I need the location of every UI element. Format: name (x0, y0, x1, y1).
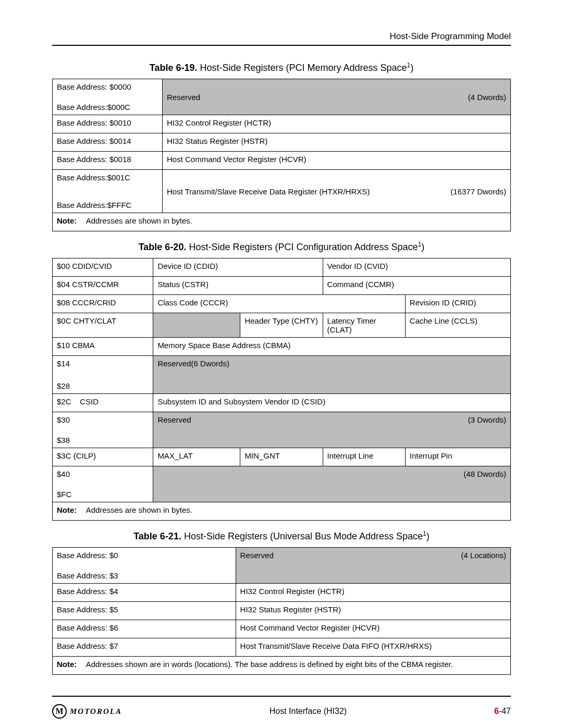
t20-cell: Class Code (CCCR) (153, 295, 405, 313)
t20-addr: $10 CBMA (53, 338, 153, 356)
t19-addr: Base Address: $0000 (57, 82, 131, 91)
caption-close: ) (421, 242, 424, 252)
note-label: Note: (57, 660, 84, 669)
t20-addr-cell: $14 $28 (53, 356, 153, 394)
t21-addr: Base Address: $7 (53, 638, 236, 657)
t20-addr-cell: $40 $FC (53, 466, 153, 502)
caption-sup: 1 (423, 530, 426, 537)
table-6-21-caption: Table 6-21. Host-Side Registers (Univers… (52, 530, 511, 542)
t20-cell: Cache Line (CCLS) (405, 313, 510, 338)
t20-addr: $FC (57, 490, 71, 499)
t19-desc-cell: Reserved (4 Dwords) (162, 79, 510, 115)
t20-addr: $40 (57, 470, 70, 478)
t20-addr: $04 CSTR/CCMR (53, 277, 153, 295)
chapter-number: 6 (494, 707, 499, 715)
header-rule (52, 45, 511, 46)
section-header: Host-Side Programming Model (52, 31, 511, 42)
t20-cell: Status (CSTR) (153, 277, 323, 295)
caption-label: Table 6-21. (133, 531, 184, 541)
table-6-21: Base Address: $0 Base Address: $3 Reserv… (52, 547, 511, 675)
footer-center: Host Interface (HI32) (122, 707, 494, 716)
t19-addr: Base Address:$001C (57, 173, 130, 182)
t20-cell: Latency Timer (CLAT) (323, 313, 405, 338)
t21-desc: Host Transmit/Slave Receive Data FIFO (H… (236, 638, 510, 657)
page-number: 6-47 (494, 707, 511, 716)
t21-addr: Base Address: $6 (53, 620, 236, 638)
t20-addr-cell: $2C CSID (53, 394, 153, 412)
page-footer: M MOTOROLA Host Interface (HI32) 6-47 (52, 696, 511, 719)
t19-desc: Reserved (167, 93, 200, 102)
t20-desc: Reserved (157, 415, 191, 424)
t20-addr: $08 CCCR/CRID (53, 295, 153, 313)
t19-right: (4 Dwords) (468, 93, 506, 102)
t20-cell: MAX_LAT (153, 448, 240, 466)
t19-note-cell: Note: Addresses are shown in bytes. (53, 213, 511, 231)
table-6-19-caption: Table 6-19. Host-Side Registers (PCI Mem… (52, 61, 511, 73)
t20-desc-cell: Reserved (3 Dwords) (153, 412, 511, 448)
t21-desc: Reserved (240, 551, 274, 560)
caption-label: Table 6-20. (139, 242, 189, 252)
t20-cell: Device ID (CDID) (153, 258, 323, 277)
t19-desc: HI32 Control Register (HCTR) (162, 115, 510, 133)
note-label: Note: (57, 505, 84, 514)
t19-desc-cell: Host Transmit/Slave Receive Data Registe… (162, 170, 510, 213)
t21-desc: HI32 Control Register (HCTR) (236, 584, 510, 602)
table-6-20-caption: Table 6-20. Host-Side Registers (PCI Con… (52, 241, 511, 253)
note-text: Addresses are shown in bytes. (86, 505, 192, 514)
t20-cell: Revision ID (CRID) (405, 295, 510, 313)
footer-rule (52, 696, 511, 697)
t20-cell (153, 313, 240, 338)
t19-desc: Host Transmit/Slave Receive Data Registe… (167, 187, 370, 196)
t19-addr: Base Address:$000C (57, 103, 130, 112)
t21-addr: Base Address: $4 (53, 584, 236, 602)
t21-addr: Base Address: $0 (57, 551, 118, 560)
caption-close: ) (426, 531, 430, 541)
pg: 47 (501, 707, 511, 715)
footer-row: M MOTOROLA Host Interface (HI32) 6-47 (52, 704, 511, 719)
caption-title: Host-Side Registers (PCI Configuration A… (189, 242, 418, 252)
note-label: Note: (57, 216, 84, 225)
t20-cell: Vendor ID (CVID) (323, 258, 510, 277)
table-6-19: Base Address: $0000 Base Address:$000C R… (52, 79, 511, 231)
t20-cell: Reserved(6 Dwords) (153, 356, 511, 394)
t20-cell: Command (CCMR) (323, 277, 510, 295)
t21-note-cell: Note: Addresses shown are in words (loca… (53, 657, 511, 675)
t20-addr: $2C (57, 397, 71, 406)
caption-title: Host-Side Registers (Universal Bus Mode … (184, 531, 423, 541)
caption-title: Host-Side Registers (PCI Memory Address … (200, 63, 407, 73)
t19-addr-cell: Base Address:$001C Base Address:$FFFC (53, 170, 163, 213)
caption-label: Table 6-19. (150, 63, 200, 73)
t20-right: (48 Dwords) (463, 470, 506, 478)
t20-desc-cell: (48 Dwords) (153, 466, 511, 502)
t21-desc: Host Command Vector Register (HCVR) (236, 620, 510, 638)
t20-addr: $28 (57, 381, 70, 390)
t19-addr: Base Address:$FFFC (57, 201, 131, 209)
t20-right: (3 Dwords) (468, 415, 506, 424)
t19-right: (16377 Dwords) (450, 187, 506, 196)
t20-addr: $14 (57, 359, 70, 368)
caption-close: ) (410, 63, 413, 73)
t20-addr-cell: $30 $38 (53, 412, 153, 448)
motorola-badge-icon: M (52, 704, 67, 719)
t21-addr-cell: Base Address: $0 Base Address: $3 (53, 548, 236, 584)
t20-cell: Subsystem ID and Subsystem Vendor ID (CS… (153, 394, 511, 412)
t21-desc-cell: Reserved (4 Locations) (236, 548, 510, 584)
t20-addr: $3C (CILP) (53, 448, 153, 466)
t20-cell: Memory Space Base Address (CBMA) (153, 338, 511, 356)
page-content: Host-Side Programming Model Table 6-19. … (0, 0, 563, 728)
brand-text: MOTOROLA (70, 707, 122, 716)
t19-addr-cell: Base Address: $0000 Base Address:$000C (53, 79, 163, 115)
t20-cell: Interrupt Pin (405, 448, 510, 466)
t19-addr: Base Address: $0010 (53, 115, 163, 133)
note-text: Addresses shown are in words (locations)… (86, 660, 453, 669)
t20-addr: $00 CDID/CVID (53, 258, 153, 277)
t20-note-cell: Note: Addresses are shown in bytes. (53, 502, 511, 521)
t21-addr: Base Address: $3 (57, 571, 118, 580)
t19-addr: Base Address: $0018 (53, 152, 163, 170)
note-text: Addresses are shown in bytes. (86, 216, 192, 225)
t21-addr: Base Address: $5 (53, 602, 236, 620)
t21-desc: HI32 Status Register (HSTR) (236, 602, 510, 620)
t19-addr: Base Address: $0014 (53, 133, 163, 152)
t20-addr: CSID (80, 397, 99, 406)
t20-cell: Interrupt Line (323, 448, 405, 466)
